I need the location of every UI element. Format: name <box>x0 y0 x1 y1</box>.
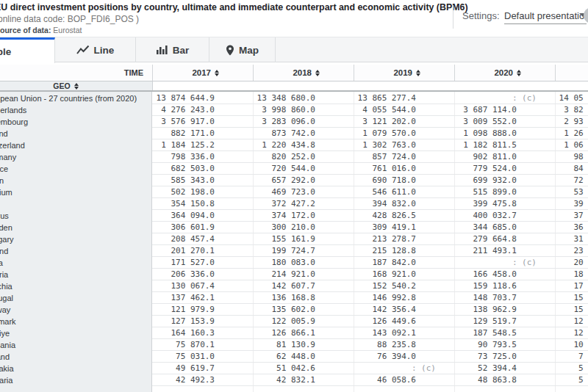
table-row: European Union - 27 countries (from 2020… <box>0 92 588 104</box>
table-row: Sweden306 601.9300 210.0309 419.1344 685… <box>0 222 588 233</box>
value-cell: 400 032.7 <box>454 210 555 222</box>
value-cell: 1 302 763.0 <box>354 139 454 151</box>
geo-header-row: GEO <box>0 81 588 92</box>
value-cell: 502 198.0 <box>152 186 253 198</box>
geo-cell: Ireland <box>0 128 152 139</box>
value-cell-clipped: 37 <box>555 210 588 222</box>
time-header-row: TIME 2017 2018 2019 2020 <box>0 65 588 81</box>
table-row: Türkiye164 160.3126 866.1143 092.1187 54… <box>0 327 588 339</box>
value-cell: 136 168.8 <box>253 292 354 304</box>
value-cell: 129 519.7 <box>454 316 555 327</box>
value-cell: 309 419.1 <box>354 222 454 233</box>
table-row: France682 503.0720 544.0761 016.0779 524… <box>0 163 588 175</box>
value-cell: 130 067.4 <box>152 280 253 292</box>
table-row: Italy354 150.8372 427.2394 832.0399 475.… <box>0 198 588 210</box>
value-cell: 394 832.0 <box>354 198 454 210</box>
value-cell-clipped: 5 <box>555 374 588 386</box>
year-column-header-2019[interactable]: 2019 <box>354 65 454 81</box>
geo-cell: Slovakia <box>0 363 152 374</box>
value-cell: 428 826.5 <box>354 210 454 222</box>
value-cell: 372 427.2 <box>253 198 354 210</box>
sort-icon <box>517 70 521 76</box>
tab-map[interactable]: Map <box>209 37 276 62</box>
value-cell-clipped: 12 <box>555 327 588 339</box>
year-column-header-2018[interactable]: 2018 <box>253 65 354 81</box>
value-cell-clipped: 23 <box>555 245 588 257</box>
value-cell-clipped: 36 <box>555 222 588 233</box>
value-cell: 166 458.0 <box>454 269 555 280</box>
value-cell: 42 832.1 <box>253 374 354 386</box>
value-cell: 159 118.6 <box>454 280 555 292</box>
table-row: Cyprus364 094.0374 172.0428 826.5400 032… <box>0 210 588 222</box>
value-cell: 4 055 544.0 <box>354 104 454 116</box>
value-cell: 90 793.5 <box>454 339 555 351</box>
geo-cell: Türkiye <box>0 327 152 339</box>
value-cell: 682 503.0 <box>152 163 253 175</box>
value-cell: 3 009 552.0 <box>454 116 555 128</box>
value-cell: 138 962.9 <box>454 304 555 316</box>
value-cell: 720 544.0 <box>253 163 354 175</box>
value-cell: 344 685.0 <box>454 222 555 233</box>
value-cell: 699 932.0 <box>454 175 555 186</box>
value-cell: 585 343.0 <box>152 175 253 186</box>
table-row: Germany798 336.0820 252.0857 724.0902 81… <box>0 151 588 163</box>
value-cell-clipped: 98 <box>555 151 588 163</box>
value-cell: 469 723.0 <box>253 186 354 198</box>
value-cell: 187 548.5 <box>454 327 555 339</box>
value-cell: 902 811.0 <box>454 151 555 163</box>
geo-dimension-header[interactable]: GEO <box>0 81 153 90</box>
geo-cell: Denmark <box>0 316 152 327</box>
geo-cell: Malta <box>0 257 152 269</box>
value-cell: 300 210.0 <box>253 222 354 233</box>
value-cell: 171 527.0 <box>152 257 253 269</box>
map-pin-icon <box>226 45 234 56</box>
table-row: Netherlands4 276 243.03 998 860.04 055 5… <box>0 104 588 116</box>
table-row: Norway121 979.9135 602.0142 356.4138 962… <box>0 304 588 316</box>
year-column-header-clipped[interactable] <box>555 65 588 81</box>
dataset-title: EU direct investment positions by countr… <box>0 2 465 13</box>
value-cell: 201 270.1 <box>152 245 253 257</box>
value-cell: 152 540.2 <box>354 280 454 292</box>
value-cell: 187 842.0 <box>354 257 454 269</box>
settings-label: Settings: <box>462 10 500 21</box>
value-cell: 1 098 888.0 <box>454 128 555 139</box>
value-cell: 4 276 243.0 <box>152 104 253 116</box>
geo-cell: Austria <box>0 269 152 280</box>
settings-presentation-select[interactable]: Default presentation <box>504 8 587 24</box>
geo-cell: Italy <box>0 198 152 210</box>
tab-table[interactable]: Table <box>0 37 55 63</box>
value-cell: 52 394.4 <box>454 363 555 374</box>
geo-cell: Spain <box>0 175 152 186</box>
geo-cell: Czechia <box>0 280 152 292</box>
year-column-header-2020[interactable]: 2020 <box>454 65 555 81</box>
value-cell-clipped: 15 <box>555 292 588 304</box>
value-cell: 779 524.0 <box>454 163 555 175</box>
table-row: Poland201 270.1199 724.7215 128.8211 493… <box>0 245 588 257</box>
value-cell-clipped: 53 <box>555 186 588 198</box>
table-row: Bulgaria42 492.342 832.146 058.648 863.8… <box>0 374 588 386</box>
tab-label: Bar <box>173 45 190 56</box>
geo-cell: Netherlands <box>0 104 152 116</box>
geo-cell: Luxembourg <box>0 116 152 128</box>
time-dimension-label: TIME <box>0 65 152 81</box>
value-cell-clipped: 31 <box>555 233 588 245</box>
value-cell-confidential: : (c) <box>454 257 555 269</box>
value-cell: 364 094.0 <box>152 210 253 222</box>
table-row: Denmark127 153.9122 005.9126 449.6129 51… <box>0 316 588 327</box>
value-cell-clipped: 1 26 <box>555 128 588 139</box>
value-cell: 164 160.3 <box>152 327 253 339</box>
table-row: Hungary208 457.4155 161.9213 278.7279 66… <box>0 233 588 245</box>
geo-cell: Norway <box>0 304 152 316</box>
tab-line[interactable]: Line <box>55 37 136 62</box>
value-cell: 81 130.9 <box>253 339 354 351</box>
value-cell: 211 493.1 <box>454 245 555 257</box>
value-cell: 3 121 202.0 <box>354 116 454 128</box>
value-cell-clipped: 12 <box>555 316 588 327</box>
value-cell: 1 182 811.5 <box>454 139 555 151</box>
year-column-header-2017[interactable]: 2017 <box>152 65 253 81</box>
tab-bar-chart[interactable]: Bar <box>136 37 209 62</box>
value-cell: 155 161.9 <box>253 233 354 245</box>
geo-cell: Finland <box>0 351 152 363</box>
value-cell-clipped: 3 82 <box>555 104 588 116</box>
value-cell: 214 921.0 <box>253 269 354 280</box>
